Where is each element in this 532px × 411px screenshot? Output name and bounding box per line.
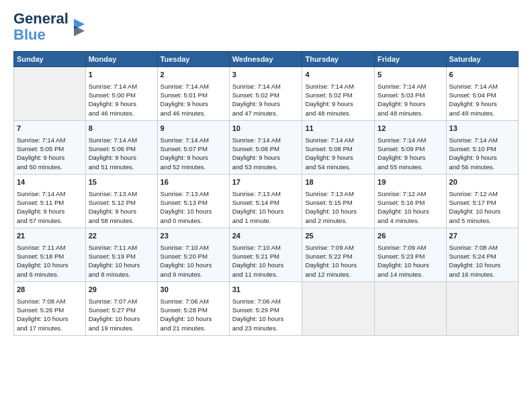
calendar-cell: 14Sunrise: 7:14 AMSunset: 5:11 PMDayligh… xyxy=(14,175,86,228)
day-number: 27 xyxy=(449,231,515,241)
calendar-cell: 9Sunrise: 7:14 AMSunset: 5:07 PMDaylight… xyxy=(157,121,229,175)
day-info-line: Sunset: 5:23 PM xyxy=(378,252,443,261)
weekday-header: Sunday xyxy=(14,52,86,67)
day-info-line: Sunrise: 7:11 AM xyxy=(89,243,154,252)
svg-marker-1 xyxy=(74,26,85,36)
calendar-cell: 4Sunrise: 7:14 AMSunset: 5:02 PMDaylight… xyxy=(302,67,375,121)
calendar-cell: 11Sunrise: 7:14 AMSunset: 5:08 PMDayligh… xyxy=(302,121,375,175)
calendar-cell: 29Sunrise: 7:07 AMSunset: 5:27 PMDayligh… xyxy=(85,282,157,336)
day-info-line: Sunrise: 7:12 AM xyxy=(449,189,515,198)
day-info-line: Sunset: 5:01 PM xyxy=(161,91,226,99)
calendar-cell: 25Sunrise: 7:09 AMSunset: 5:22 PMDayligh… xyxy=(302,228,375,282)
day-info-line: Sunset: 5:19 PM xyxy=(89,252,154,261)
day-number: 30 xyxy=(161,285,226,295)
day-info-line: Daylight: 10 hours xyxy=(89,261,154,269)
day-info-line: Sunrise: 7:08 AM xyxy=(449,243,515,252)
day-number: 7 xyxy=(17,124,83,134)
day-number: 5 xyxy=(378,70,443,80)
day-info-line: Sunset: 5:13 PM xyxy=(161,198,226,207)
logo-blue: Blue xyxy=(13,27,46,43)
calendar-cell: 27Sunrise: 7:08 AMSunset: 5:24 PMDayligh… xyxy=(446,228,518,282)
day-number: 19 xyxy=(378,177,443,187)
weekday-header: Friday xyxy=(375,52,446,67)
day-info-line: Sunrise: 7:13 AM xyxy=(305,189,371,198)
day-number: 12 xyxy=(378,124,443,134)
day-info-line: Daylight: 9 hours xyxy=(449,153,515,162)
day-info-line: and 2 minutes. xyxy=(305,216,371,225)
day-number: 4 xyxy=(305,70,371,80)
day-info-line: Sunset: 5:12 PM xyxy=(89,198,154,207)
calendar-cell: 18Sunrise: 7:13 AMSunset: 5:15 PMDayligh… xyxy=(302,175,375,228)
day-info-line: Sunrise: 7:09 AM xyxy=(305,243,371,252)
day-info-line: Sunrise: 7:11 AM xyxy=(17,243,83,252)
day-info-line: and 57 minutes. xyxy=(17,216,83,225)
day-info-line: and 23 minutes. xyxy=(232,324,300,332)
day-info-line: Sunset: 5:15 PM xyxy=(305,198,371,207)
day-number: 17 xyxy=(232,177,300,187)
calendar-cell: 30Sunrise: 7:06 AMSunset: 5:28 PMDayligh… xyxy=(157,282,229,336)
day-info-line: and 5 minutes. xyxy=(449,216,515,225)
day-number: 25 xyxy=(305,231,371,241)
day-info-line: and 8 minutes. xyxy=(89,270,154,279)
day-info-line: Sunset: 5:10 PM xyxy=(449,144,515,153)
day-info-line: Daylight: 9 hours xyxy=(161,99,226,108)
calendar-cell: 24Sunrise: 7:10 AMSunset: 5:21 PMDayligh… xyxy=(229,228,302,282)
day-info-line: Sunset: 5:02 PM xyxy=(232,91,300,99)
day-info-line: and 16 minutes. xyxy=(449,270,515,279)
calendar-cell: 3Sunrise: 7:14 AMSunset: 5:02 PMDaylight… xyxy=(229,67,302,121)
logo: General Blue xyxy=(13,11,86,43)
day-info-line: Sunrise: 7:08 AM xyxy=(17,297,83,306)
day-number: 23 xyxy=(161,231,226,241)
day-info-line: and 4 minutes. xyxy=(378,216,443,225)
day-info-line: Daylight: 9 hours xyxy=(305,99,371,108)
day-info-line: Daylight: 9 hours xyxy=(232,153,300,162)
day-info-line: Sunset: 5:03 PM xyxy=(378,91,443,99)
day-info-line: Sunset: 5:09 PM xyxy=(378,144,443,153)
day-info-line: Sunset: 5:11 PM xyxy=(17,198,83,207)
calendar-cell: 12Sunrise: 7:14 AMSunset: 5:09 PMDayligh… xyxy=(375,121,446,175)
day-info-line: Sunset: 5:05 PM xyxy=(17,144,83,153)
day-number: 1 xyxy=(89,70,154,80)
day-info-line: Sunrise: 7:14 AM xyxy=(378,82,443,91)
day-number: 2 xyxy=(161,70,226,80)
day-info-line: and 50 minutes. xyxy=(17,163,83,171)
day-info-line: and 56 minutes. xyxy=(449,163,515,171)
day-info-line: Daylight: 10 hours xyxy=(161,314,226,323)
calendar-cell xyxy=(375,282,446,336)
day-info-line: Sunset: 5:16 PM xyxy=(378,198,443,207)
day-info-line: Daylight: 10 hours xyxy=(449,261,515,269)
day-info-line: Daylight: 10 hours xyxy=(232,261,300,269)
day-info-line: Daylight: 9 hours xyxy=(89,153,154,162)
weekday-header: Monday xyxy=(85,52,157,67)
day-info-line: Sunset: 5:22 PM xyxy=(305,252,371,261)
day-info-line: Daylight: 10 hours xyxy=(89,314,154,323)
weekday-header: Thursday xyxy=(302,52,375,67)
day-info-line: and 17 minutes. xyxy=(17,324,83,332)
day-info-line: Sunrise: 7:14 AM xyxy=(232,136,300,144)
day-info-line: and 11 minutes. xyxy=(232,270,300,279)
day-info-line: Daylight: 9 hours xyxy=(17,153,83,162)
day-info-line: Daylight: 10 hours xyxy=(232,314,300,323)
day-info-line: and 46 minutes. xyxy=(161,109,226,118)
day-info-line: Daylight: 10 hours xyxy=(449,207,515,216)
day-info-line: Daylight: 10 hours xyxy=(378,207,443,216)
day-info-line: Sunrise: 7:14 AM xyxy=(89,82,154,91)
day-info-line: Daylight: 9 hours xyxy=(232,99,300,108)
calendar-cell: 15Sunrise: 7:13 AMSunset: 5:12 PMDayligh… xyxy=(85,175,157,228)
day-number: 20 xyxy=(449,177,515,187)
weekday-header: Tuesday xyxy=(157,52,229,67)
day-number: 3 xyxy=(232,70,300,80)
day-info-line: and 21 minutes. xyxy=(161,324,226,332)
day-info-line: Sunset: 5:06 PM xyxy=(89,144,154,153)
day-info-line: and 48 minutes. xyxy=(305,109,371,118)
calendar-cell: 20Sunrise: 7:12 AMSunset: 5:17 PMDayligh… xyxy=(446,175,518,228)
day-number: 29 xyxy=(89,285,154,295)
calendar-cell xyxy=(446,282,518,336)
day-info-line: Daylight: 9 hours xyxy=(305,153,371,162)
day-number: 10 xyxy=(232,124,300,134)
day-info-line: Daylight: 10 hours xyxy=(378,261,443,269)
day-info-line: and 58 minutes. xyxy=(89,216,154,225)
day-info-line: Sunset: 5:28 PM xyxy=(161,306,226,314)
day-info-line: Sunrise: 7:06 AM xyxy=(232,297,300,306)
day-info-line: Sunrise: 7:14 AM xyxy=(305,136,371,144)
